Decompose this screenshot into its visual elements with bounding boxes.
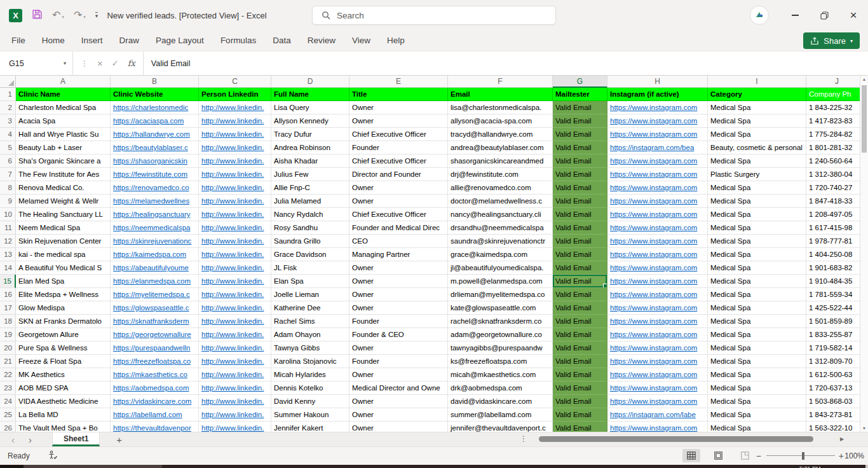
cancel-button[interactable]: ×	[97, 58, 103, 69]
excel-app-icon[interactable]: X	[9, 9, 22, 22]
cell-I7[interactable]: Plastic Surgery	[708, 168, 806, 181]
cell-E2[interactable]: Owner	[349, 101, 448, 114]
zoom-slider-handle[interactable]	[802, 452, 804, 460]
cell-J10[interactable]: 1 208-497-05	[806, 208, 868, 221]
accessibility-icon[interactable]	[48, 450, 57, 462]
cell-A10[interactable]: The Healing Sanctuary LL	[16, 208, 111, 221]
cell-F6[interactable]: shasorganicskincareandmed	[448, 155, 553, 168]
cell-F14[interactable]: jl@abeautifulyoumedicalspa.	[448, 261, 553, 275]
cell-D22[interactable]: Micah Hylarides	[271, 368, 349, 382]
cell-I24[interactable]: Medical Spa	[708, 395, 806, 408]
cell-A9[interactable]: Melamed Weight & Wellr	[16, 195, 111, 208]
tab-insert[interactable]: Insert	[73, 31, 111, 51]
cell-F15[interactable]: m.powell@elanmedspa.com	[448, 275, 553, 288]
cell-B7[interactable]: https://fewinstitute.com	[111, 168, 199, 181]
cell-E13[interactable]: Managing Partner	[349, 248, 448, 261]
cell-B3[interactable]: https://acaciaspa.com	[111, 114, 199, 128]
cell-J23[interactable]: 1 720-637-13	[806, 382, 868, 395]
cell-E14[interactable]: Owner	[349, 261, 448, 275]
cell-D23[interactable]: Dennis Kotelko	[271, 382, 349, 395]
cell-C13[interactable]: http://www.linkedin.	[199, 248, 271, 261]
row-header-20[interactable]: 20	[0, 341, 16, 355]
cell-D5[interactable]: Andrea Robinson	[271, 141, 349, 155]
undo-button[interactable]: ↶ ▾	[52, 10, 64, 20]
cell-F17[interactable]: kate@glowspaseattle.com	[448, 301, 553, 315]
normal-view-button[interactable]	[682, 449, 700, 462]
cell-G20[interactable]: Valid Email	[553, 341, 607, 355]
tab-home[interactable]: Home	[34, 31, 73, 51]
cell-B18[interactable]: https://sknatfranksderm	[111, 315, 199, 328]
cell-I9[interactable]: Medical Spa	[708, 195, 806, 208]
cell-B23[interactable]: https://aobmedspa.com	[111, 382, 199, 395]
cell-E7[interactable]: Director and Founder	[349, 168, 448, 181]
cell-G12[interactable]: Valid Email	[553, 235, 607, 248]
cell-E25[interactable]: Owner	[349, 408, 448, 422]
cell-J5[interactable]: 1 801-281-32	[806, 141, 868, 155]
cell-B20[interactable]: https://purespaandwelln	[111, 341, 199, 355]
add-sheet-button[interactable]: +	[116, 434, 122, 445]
cell-B21[interactable]: https://freezefloatspa.co	[111, 355, 199, 368]
scroll-down-icon[interactable]: ▼	[860, 426, 868, 430]
cell-I23[interactable]: Medical Spa	[708, 382, 806, 395]
cell-G26[interactable]: Valid Email	[553, 422, 607, 432]
account-avatar[interactable]	[750, 6, 769, 25]
cell-I10[interactable]: Medical Spa	[708, 208, 806, 221]
cell-A11[interactable]: Neem Medical Spa	[16, 221, 111, 235]
cell-C6[interactable]: http://www.linkedin.	[199, 155, 271, 168]
row-header-3[interactable]: 3	[0, 114, 16, 128]
row-header-9[interactable]: 9	[0, 195, 16, 208]
sheet-tab-sheet1[interactable]: Sheet1	[52, 432, 100, 446]
cell-J25[interactable]: 1 843-273-81	[806, 408, 868, 422]
tab-view[interactable]: View	[344, 31, 379, 51]
cell-C1[interactable]: Person Linkedin	[199, 88, 271, 101]
cell-G23[interactable]: Valid Email	[553, 382, 607, 395]
cell-B14[interactable]: https://abeautifulyoume	[111, 261, 199, 275]
cell-H9[interactable]: https://www.instagram.com	[607, 195, 708, 208]
cell-A25[interactable]: La Bella MD	[16, 408, 111, 422]
cell-J13[interactable]: 1 404-250-08	[806, 248, 868, 261]
cell-F16[interactable]: drlieman@myelitemedspa.co	[448, 288, 553, 301]
cell-D20[interactable]: Tawnya Gibbs	[271, 341, 349, 355]
cell-A5[interactable]: Beauty Lab + Laser	[16, 141, 111, 155]
cell-H4[interactable]: https://www.instagram.com	[607, 128, 708, 141]
row-header-12[interactable]: 12	[0, 235, 16, 248]
cell-D24[interactable]: David Kenny	[271, 395, 349, 408]
cell-D9[interactable]: Julia Melamed	[271, 195, 349, 208]
cell-B13[interactable]: https://kaimedspa.com	[111, 248, 199, 261]
cell-J15[interactable]: 1 910-484-35	[806, 275, 868, 288]
cell-A7[interactable]: The Few Institute for Aes	[16, 168, 111, 181]
cell-C16[interactable]: http://www.linkedin.	[199, 288, 271, 301]
cell-C5[interactable]: http://www.linkedin.	[199, 141, 271, 155]
scroll-right-icon[interactable]: ▶	[840, 436, 844, 442]
cell-B1[interactable]: Clinic Website	[111, 88, 199, 101]
cell-J7[interactable]: 1 312-380-04	[806, 168, 868, 181]
row-header-26[interactable]: 26	[0, 422, 16, 432]
cell-D6[interactable]: Aisha Khadar	[271, 155, 349, 168]
row-header-13[interactable]: 13	[0, 248, 16, 261]
cell-I16[interactable]: Medical Spa	[708, 288, 806, 301]
cell-J16[interactable]: 1 781-559-34	[806, 288, 868, 301]
formula-input[interactable]: Valid Email	[144, 59, 868, 68]
cell-J24[interactable]: 1 503-868-03	[806, 395, 868, 408]
tab-help[interactable]: Help	[379, 31, 413, 51]
more-options-icon[interactable]: ⋮	[81, 59, 88, 68]
cell-B9[interactable]: https://melamedwellnes	[111, 195, 199, 208]
cell-A19[interactable]: Georgetown Allure	[16, 328, 111, 341]
cell-J22[interactable]: 1 612-500-63	[806, 368, 868, 382]
cell-I8[interactable]: Medical Spa	[708, 181, 806, 195]
zoom-slider[interactable]	[766, 455, 835, 456]
cell-G15[interactable]: Valid Email	[553, 275, 607, 288]
minimize-button[interactable]	[780, 0, 810, 31]
cell-J8[interactable]: 1 720-740-27	[806, 181, 868, 195]
cell-E21[interactable]: Founder	[349, 355, 448, 368]
row-header-10[interactable]: 10	[0, 208, 16, 221]
cell-I6[interactable]: Medical Spa	[708, 155, 806, 168]
row-header-6[interactable]: 6	[0, 155, 16, 168]
cell-C7[interactable]: http://www.linkedin.	[199, 168, 271, 181]
cell-J2[interactable]: 1 843-225-32	[806, 101, 868, 114]
cell-I17[interactable]: Medical Spa	[708, 301, 806, 315]
cell-I20[interactable]: Medical Spa	[708, 341, 806, 355]
cell-D13[interactable]: Grace Davidson	[271, 248, 349, 261]
cell-E5[interactable]: Founder	[349, 141, 448, 155]
cell-G10[interactable]: Valid Email	[553, 208, 607, 221]
